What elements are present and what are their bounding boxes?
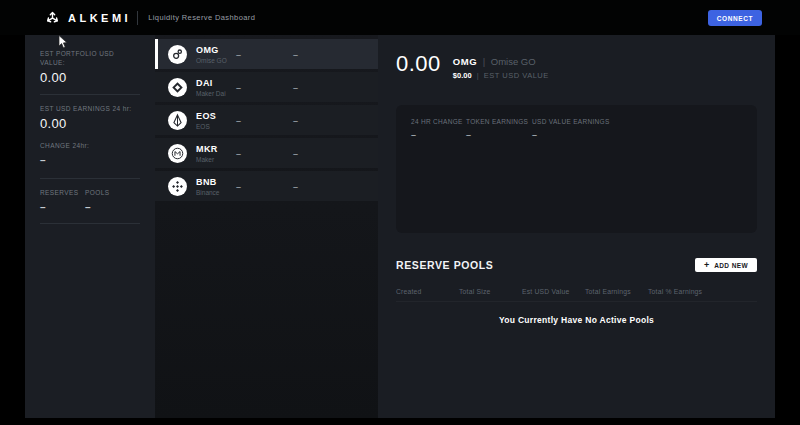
dai-icon (168, 78, 187, 97)
pools-label: POOLS (85, 188, 109, 197)
portfolio-sidebar: EST PORTFOLIO USD VALUE: 0.00 EST USD EA… (25, 35, 155, 418)
token-name: Omise GO (196, 57, 227, 64)
token-stats-card: 24 HR CHANGE – TOKEN EARNINGS – USD VALU… (396, 105, 757, 233)
omg-icon (168, 45, 187, 64)
plus-icon: + (704, 261, 709, 270)
earnings-value: 0.00 (40, 116, 140, 131)
token-balance: – (236, 182, 241, 192)
detail-usd-label: EST USD VALUE (484, 71, 549, 80)
token-balance: – (236, 116, 241, 126)
top-bar: ALKEMI Liquidity Reserve Dashboard CONNE… (0, 0, 800, 35)
page-title: Liquidity Reserve Dashboard (148, 13, 255, 22)
reserves-label: RESERVES (40, 188, 85, 197)
mkr-icon (168, 144, 187, 163)
detail-token-name: Omise GO (491, 56, 536, 67)
topbar-divider (137, 11, 138, 25)
brand: ALKEMI (45, 10, 131, 25)
column-total-pct-earnings: Total % Earnings (648, 288, 711, 295)
token-name: Maker Dai (196, 90, 226, 97)
token-value: – (293, 116, 298, 126)
token-value: – (293, 50, 298, 60)
token-symbol: OMG (196, 45, 227, 55)
earnings-label: EST USD EARNINGS 24 hr: (40, 104, 140, 113)
stat-usd-value-earnings: USD VALUE EARNINGS – (532, 118, 642, 220)
change-value: – (40, 155, 140, 166)
token-row-mkr[interactable]: MKR Maker – – (155, 138, 378, 168)
column-est-usd-value: Est USD Value (522, 288, 585, 295)
token-symbol: EOS (196, 111, 216, 121)
token-detail-header: 0.00 OMG | Omise GO $0.00 | EST USD VALU… (396, 53, 757, 80)
portfolio-value-label: EST PORTFOLIO USD VALUE: (40, 49, 140, 67)
token-name: Maker (196, 156, 218, 163)
token-value: – (293, 182, 298, 192)
sidebar-divider (40, 94, 140, 95)
token-row-eos[interactable]: EOS EOS – – (155, 105, 378, 135)
sidebar-divider (40, 223, 140, 224)
token-value: – (293, 83, 298, 93)
stat-token-earnings: TOKEN EARNINGS – (466, 118, 532, 220)
reserve-pools-title: RESERVE POOLS (396, 259, 493, 271)
token-row-omg[interactable]: OMG Omise GO – – (155, 39, 378, 69)
connect-button[interactable]: CONNECT (708, 10, 762, 26)
token-name: Binance (196, 189, 220, 196)
detail-token-symbol: OMG (453, 56, 477, 67)
add-new-pool-button[interactable]: + ADD NEW (695, 258, 757, 272)
column-created: Created (396, 288, 459, 295)
pools-value: – (85, 202, 109, 213)
empty-pools-message: You Currently Have No Active Pools (396, 315, 757, 325)
column-total-size: Total Size (459, 288, 522, 295)
token-value: – (293, 149, 298, 159)
token-balance: – (236, 83, 241, 93)
token-symbol: DAI (196, 78, 226, 88)
portfolio-value: 0.00 (40, 70, 140, 85)
detail-usd-value: $0.00 (453, 71, 472, 80)
token-balance-large: 0.00 (396, 53, 441, 75)
eos-icon (168, 111, 187, 130)
stat-24hr-change: 24 HR CHANGE – (411, 118, 466, 220)
token-row-bnb[interactable]: BNB Binance – – (155, 171, 378, 201)
reserves-value: – (40, 202, 85, 213)
alkemi-triskelion-icon (45, 10, 60, 25)
detail-separator: | (483, 56, 485, 67)
token-balance: – (236, 149, 241, 159)
detail-separator: | (477, 71, 479, 80)
sidebar-divider (40, 178, 140, 179)
bnb-icon (168, 177, 187, 196)
token-symbol: BNB (196, 177, 220, 187)
token-name: EOS (196, 123, 216, 130)
change-label: CHANGE 24hr: (40, 141, 140, 150)
pools-table-header: Created Total Size Est USD Value Total E… (396, 288, 757, 302)
token-list: OMG Omise GO – – DAI Maker Dai – – EOS E… (155, 35, 378, 418)
column-total-earnings: Total Earnings (585, 288, 648, 295)
token-symbol: MKR (196, 144, 218, 154)
brand-name: ALKEMI (68, 12, 131, 24)
token-row-dai[interactable]: DAI Maker Dai – – (155, 72, 378, 102)
token-balance: – (236, 50, 241, 60)
token-detail-panel: 0.00 OMG | Omise GO $0.00 | EST USD VALU… (378, 35, 775, 418)
